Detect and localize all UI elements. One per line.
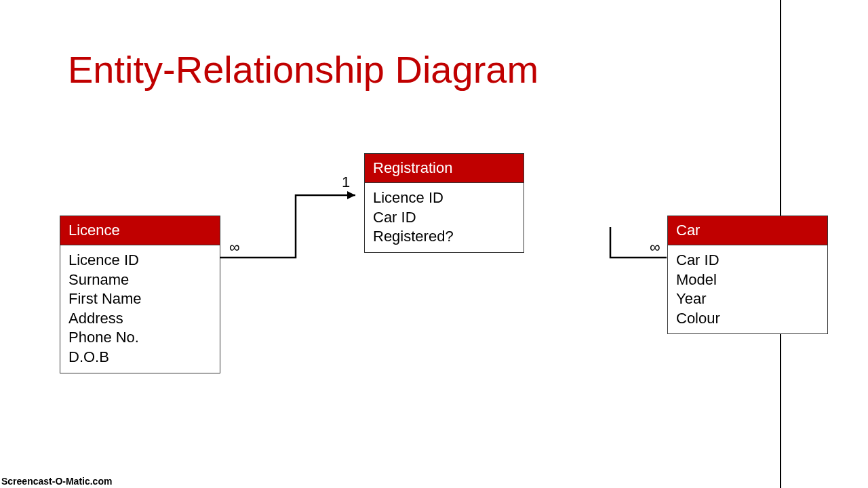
connector-licence-registration [220,190,366,264]
entity-attr: Car ID [676,251,819,270]
entity-car: Car Car ID Model Year Colour [667,216,828,334]
watermark: Screencast-O-Matic.com [1,476,112,487]
entity-attr: Model [676,270,819,290]
entity-attr: Licence ID [373,188,515,208]
entity-registration-body: Licence ID Car ID Registered? [365,183,524,252]
cardinality-licence: ∞ [229,239,240,256]
entity-attr: Year [676,289,819,309]
entity-licence: Licence Licence ID Surname First Name Ad… [60,216,220,373]
entity-licence-body: Licence ID Surname First Name Address Ph… [60,245,220,373]
entity-attr: Car ID [373,208,515,228]
entity-attr: Surname [68,270,212,290]
entity-licence-header: Licence [60,216,220,245]
entity-car-body: Car ID Model Year Colour [668,245,827,333]
entity-attr: Colour [676,309,819,329]
page-title: Entity-Relationship Diagram [68,47,538,92]
cardinality-registration: 1 [342,174,350,191]
slide-canvas: Entity-Relationship Diagram Licence Lice… [0,0,781,488]
entity-attr: D.O.B [68,348,212,367]
entity-registration: Registration Licence ID Car ID Registere… [364,153,524,253]
entity-attr: Registered? [373,227,515,247]
cardinality-car: ∞ [650,239,660,256]
entity-car-header: Car [668,216,827,245]
entity-attr: First Name [68,289,212,309]
entity-attr: Licence ID [68,251,212,270]
entity-registration-header: Registration [365,154,524,183]
entity-attr: Phone No. [68,328,212,348]
entity-attr: Address [68,309,212,329]
